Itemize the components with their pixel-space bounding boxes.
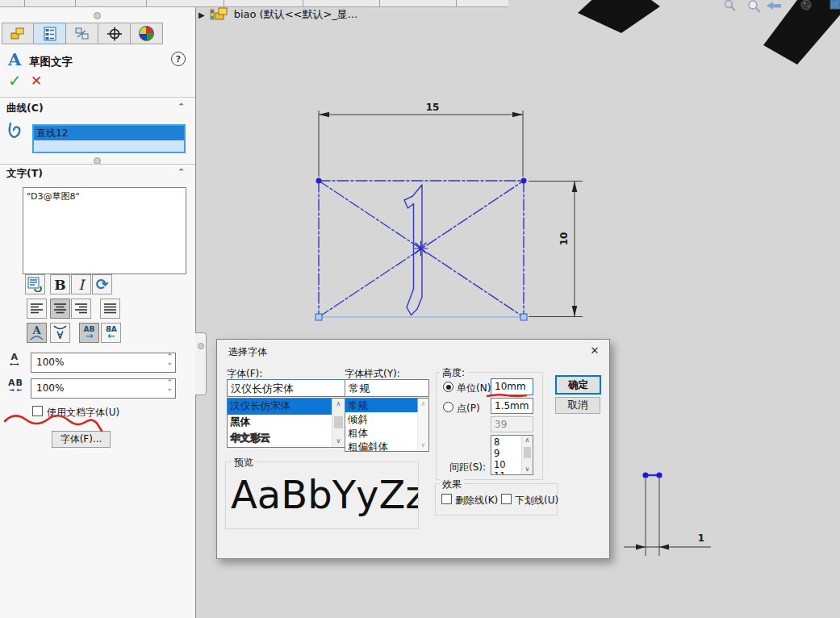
font-dialog-button[interactable]: 字体(F)... — [52, 431, 111, 448]
align-right-button[interactable] — [71, 299, 91, 319]
style-list-item[interactable]: 粗体 — [345, 426, 428, 440]
spinner-arrows[interactable]: ⌃ ⌄ — [166, 354, 173, 365]
spinner-arrows[interactable]: ⌃ ⌄ — [166, 380, 173, 391]
spin-down-icon[interactable]: ⌄ — [166, 360, 173, 365]
tab-displaymanager[interactable] — [131, 23, 163, 44]
curve-select-icon — [6, 118, 28, 144]
dimension-small-1[interactable]: 1 — [624, 532, 711, 549]
cancel-button[interactable]: 取消 — [555, 397, 600, 414]
tab-dimxpert[interactable] — [98, 23, 131, 44]
curve-group-header[interactable]: 曲线(C) — [6, 102, 44, 115]
chevron-up-icon[interactable]: ⌃ — [178, 102, 185, 112]
previous-view-icon[interactable] — [767, 2, 781, 10]
style-list-item[interactable]: 粗偏斜体 — [345, 440, 428, 452]
scroll-down-icon[interactable]: ∨ — [522, 466, 533, 473]
strikeout-label[interactable]: 删除线(K) — [455, 494, 498, 507]
style-list-scrollbar[interactable]: ∧ ∨ — [417, 399, 428, 451]
units-radio-label[interactable]: 单位(N) — [457, 382, 491, 395]
dimension-width-15[interactable]: 15 — [319, 102, 523, 177]
flyout-feature-tree[interactable]: ▶ biao (默认<<默认>_显... — [199, 6, 357, 23]
underline-label[interactable]: 下划线(U) — [515, 494, 558, 507]
sketch-text-input[interactable]: "D3@草图8" — [23, 187, 186, 274]
underline-checkbox[interactable] — [501, 494, 512, 504]
dialog-title[interactable]: 选择字体 — [228, 345, 267, 359]
center-point-star[interactable] — [414, 241, 428, 256]
curve-list-item-selected[interactable]: 直线12 — [34, 126, 184, 140]
vertical-flip-button[interactable]: ∀ — [50, 323, 70, 343]
units-radio[interactable] — [443, 382, 453, 392]
model-body-black-right[interactable] — [763, 0, 840, 65]
style-list-item-selected[interactable]: 常规 — [345, 399, 418, 412]
width-factor-field[interactable]: 100% ⌃ ⌄ — [31, 353, 176, 373]
scrollbar-thumb[interactable] — [334, 416, 343, 428]
font-list-item-selected[interactable]: 汉仪长仿宋体 — [228, 399, 332, 415]
cancel-x-button[interactable]: ✕ — [31, 74, 42, 88]
ok-check-button[interactable]: ✓ — [8, 73, 22, 89]
view-settings-icon[interactable] — [830, 0, 840, 9]
command-manager-tabs-clipped[interactable] — [0, 0, 508, 7]
height-points-field[interactable]: 1.5mm — [491, 398, 533, 414]
spin-down-icon[interactable]: ⌄ — [166, 386, 173, 391]
curve-selection-list[interactable]: 直线12 — [32, 124, 186, 153]
justify-button[interactable] — [100, 299, 120, 319]
font-list-item[interactable]: 华文彩云 — [228, 431, 345, 447]
dialog-close-button[interactable]: ✕ — [585, 343, 604, 357]
scrollbar-thumb[interactable] — [524, 447, 531, 458]
use-document-font-checkbox[interactable] — [32, 406, 43, 416]
text-direction-left-button[interactable]: AB ← — [101, 323, 121, 343]
align-center-button[interactable] — [50, 299, 70, 319]
vertex-point[interactable] — [316, 178, 322, 184]
points-radio-label[interactable]: 点(P) — [457, 402, 480, 415]
strikeout-checkbox[interactable] — [441, 494, 452, 504]
link-to-property-button[interactable] — [25, 274, 45, 294]
points-radio[interactable] — [443, 402, 453, 412]
italic-button[interactable]: I — [71, 274, 91, 294]
scroll-up-icon[interactable]: ∧ — [332, 401, 345, 407]
scroll-down-icon[interactable]: ∨ — [332, 438, 345, 445]
height-units-field[interactable]: 10mm — [491, 378, 533, 395]
zoom-fit-icon[interactable] — [725, 1, 736, 11]
sketch-text-box[interactable] — [316, 178, 527, 321]
tab-configurationmanager-dim[interactable] — [66, 23, 98, 44]
tab-featuremanager[interactable] — [2, 23, 34, 44]
text-group-header[interactable]: 文字(T) — [6, 167, 43, 181]
rotate-text-button[interactable]: ⟳ — [92, 274, 112, 294]
text-direction-right-button[interactable]: AB → — [79, 323, 99, 343]
help-icon[interactable]: ? — [171, 52, 186, 66]
point-size-list[interactable]: 8 9 10 11 ∧ ∨ — [491, 435, 533, 475]
panel-collapse-tab[interactable] — [195, 332, 207, 395]
flipped-a-icon: ∀ — [56, 330, 63, 340]
italic-icon: I — [78, 277, 84, 293]
font-name-list[interactable]: 汉仪长仿宋体 黑体 华文彩云 ∧ ∨ — [227, 398, 345, 448]
part-name-label[interactable]: biao (默认<<默认>_显... — [234, 7, 358, 22]
chevron-up-icon[interactable]: ⌃ — [178, 167, 185, 177]
size-list-scrollbar[interactable]: ∧ ∨ — [521, 436, 533, 474]
ok-button[interactable]: 确定 — [555, 375, 601, 395]
use-document-font-label[interactable]: 使用文档字体(U) — [47, 406, 119, 420]
scroll-up-icon[interactable]: ∧ — [522, 437, 533, 444]
vertex-point-square[interactable] — [316, 314, 322, 320]
panel-splitter-handle[interactable] — [94, 12, 101, 19]
vertex-point[interactable] — [521, 178, 527, 184]
font-list-item[interactable]: 黑体 — [228, 415, 345, 431]
font-style-input[interactable]: 常规 — [345, 379, 429, 397]
bold-button[interactable]: B — [50, 274, 70, 294]
font-style-list[interactable]: 常规 倾斜 粗体 粗偏斜体 ∧ ∨ — [345, 398, 429, 452]
vertical-curve-up-button[interactable]: A — [27, 323, 47, 343]
vertex-point-square[interactable] — [520, 314, 527, 320]
flyout-expand-arrow-icon[interactable]: ▶ — [199, 10, 205, 19]
model-body-black-left[interactable] — [578, 0, 660, 33]
tab-propertymanager[interactable] — [34, 23, 66, 44]
style-list-item[interactable]: 倾斜 — [345, 412, 428, 426]
small-sketch-point[interactable] — [642, 472, 648, 478]
arrow-left-icon: ← — [107, 333, 115, 340]
font-list-scrollbar[interactable]: ∧ ∨ — [332, 399, 345, 447]
align-left-button[interactable] — [27, 299, 47, 319]
small-sketch-point[interactable] — [656, 472, 662, 478]
spacing-field[interactable]: 100% ⌃ ⌄ — [31, 378, 176, 399]
font-name-input[interactable]: 汉仪长仿宋体 — [227, 379, 345, 397]
appearance-sphere-icon[interactable] — [801, 0, 811, 10]
zoom-area-icon[interactable] — [749, 1, 760, 12]
dimension-height-10[interactable]: 10 — [529, 182, 583, 317]
small-sketch-line[interactable] — [642, 472, 662, 556]
